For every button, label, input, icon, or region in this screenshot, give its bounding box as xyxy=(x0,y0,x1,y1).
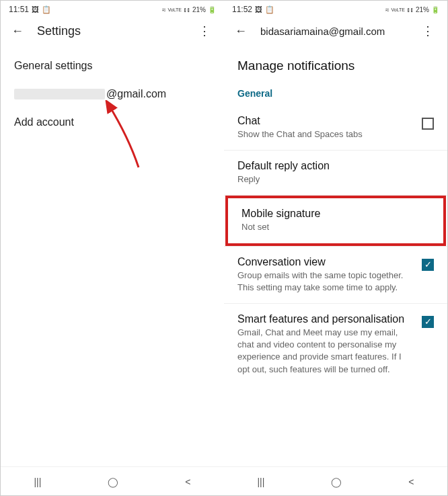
status-time: 11:51 xyxy=(9,5,29,14)
signature-setting[interactable]: Mobile signature Not set xyxy=(228,198,443,243)
setting-title: Smart features and personalisation xyxy=(237,313,415,325)
general-subheading: General xyxy=(224,84,447,106)
general-settings-item[interactable]: General settings xyxy=(1,52,224,80)
app-bar: ← bidasariamaina@gmail.com ⋮ xyxy=(224,15,447,46)
conversation-checkbox[interactable]: ✓ xyxy=(422,259,434,271)
setting-sub: Show the Chat and Spaces tabs xyxy=(237,128,415,140)
battery-icon: 🔋 xyxy=(208,6,216,13)
section-heading: Manage notifications xyxy=(224,52,447,84)
home-button[interactable]: ◯ xyxy=(318,474,355,490)
setting-sub: Gmail, Chat and Meet may use my email, c… xyxy=(237,327,415,376)
setting-sub: Reply xyxy=(237,173,427,185)
chat-checkbox[interactable] xyxy=(422,118,434,130)
screen-settings: 11:51 🖼 📋 ≈ VoLTE ⫾⫾ 21% 🔋 ← Settings ⋮ … xyxy=(1,1,224,495)
status-bar: 11:52 🖼 📋 ≈ VoLTE ⫾⫾ 21% 🔋 xyxy=(224,1,447,15)
status-bar: 11:51 🖼 📋 ≈ VoLTE ⫾⫾ 21% 🔋 xyxy=(1,1,224,15)
wifi-icon: ≈ xyxy=(385,6,389,13)
image-icon: 🖼 xyxy=(255,5,262,13)
app-bar: ← Settings ⋮ xyxy=(1,15,224,46)
recents-button[interactable]: ||| xyxy=(244,474,278,490)
recents-button[interactable]: ||| xyxy=(20,474,54,490)
screen-account-settings: 11:52 🖼 📋 ≈ VoLTE ⫾⫾ 21% 🔋 ← bidasariama… xyxy=(224,1,447,495)
nav-bar: ||| ◯ < xyxy=(1,466,224,495)
settings-list: General settings @gmail.com Add account xyxy=(1,46,224,466)
back-nav-button[interactable]: < xyxy=(172,474,204,490)
volte-label: VoLTE xyxy=(167,7,182,12)
nav-bar: ||| ◯ < xyxy=(224,466,447,495)
more-button[interactable]: ⋮ xyxy=(196,24,213,38)
account-email-item[interactable]: @gmail.com xyxy=(1,80,224,108)
image-icon: 🖼 xyxy=(32,5,39,13)
redacted-email-prefix xyxy=(14,89,105,99)
setting-sub: Not set xyxy=(241,221,423,233)
home-button[interactable]: ◯ xyxy=(94,474,132,490)
account-settings-list: Manage notifications General Chat Show t… xyxy=(224,46,447,466)
setting-sub: Group emails with the same topic togethe… xyxy=(237,270,415,294)
volte-label: VoLTE xyxy=(391,7,405,12)
smart-features-setting[interactable]: Smart features and personalisation Gmail… xyxy=(224,304,447,385)
setting-title: Mobile signature xyxy=(241,208,423,220)
back-button[interactable]: ← xyxy=(235,24,247,38)
clipboard-icon: 📋 xyxy=(42,5,51,14)
battery-pct: 21% xyxy=(192,6,206,13)
check-icon: ✓ xyxy=(424,317,432,327)
chat-setting[interactable]: Chat Show the Chat and Spaces tabs xyxy=(224,106,447,150)
add-account-item[interactable]: Add account xyxy=(1,108,224,136)
clipboard-icon: 📋 xyxy=(265,5,274,14)
more-button[interactable]: ⋮ xyxy=(419,24,437,38)
battery-icon: 🔋 xyxy=(431,6,439,13)
account-email: bidasariamaina@gmail.com xyxy=(260,26,406,37)
signal-icon: ⫾⫾ xyxy=(407,6,414,13)
app-title: Settings xyxy=(37,24,182,38)
back-button[interactable]: ← xyxy=(11,24,24,38)
email-suffix: @gmail.com xyxy=(106,88,166,100)
smart-checkbox[interactable]: ✓ xyxy=(422,316,434,328)
reply-setting[interactable]: Default reply action Reply xyxy=(224,151,447,195)
check-icon: ✓ xyxy=(424,259,432,270)
conversation-setting[interactable]: Conversation view Group emails with the … xyxy=(224,247,447,303)
status-time: 11:52 xyxy=(232,5,252,14)
setting-title: Default reply action xyxy=(237,160,427,172)
setting-title: Chat xyxy=(237,115,415,127)
highlight-mobile-signature: Mobile signature Not set xyxy=(225,196,446,245)
signal-icon: ⫾⫾ xyxy=(184,6,190,13)
battery-pct: 21% xyxy=(416,6,429,13)
setting-title: Conversation view xyxy=(237,256,415,268)
back-nav-button[interactable]: < xyxy=(395,474,427,490)
wifi-icon: ≈ xyxy=(162,6,166,13)
